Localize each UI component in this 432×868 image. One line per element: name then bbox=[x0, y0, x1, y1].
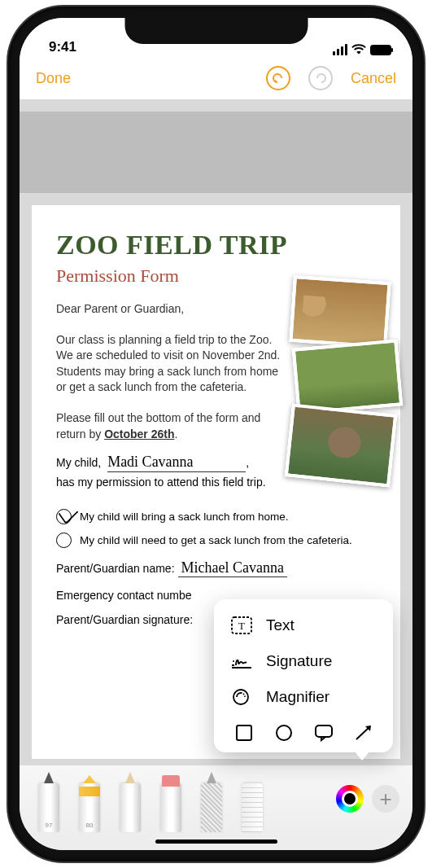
page-title: ZOO FIELD TRIP bbox=[56, 230, 376, 261]
emergency-label: Emergency contact numbe bbox=[56, 589, 192, 602]
notch bbox=[124, 18, 308, 44]
battery-icon bbox=[370, 45, 391, 55]
tool-label: 80 bbox=[86, 822, 94, 829]
plus-icon: + bbox=[379, 787, 391, 812]
paragraph-1: Our class is planning a field trip to th… bbox=[56, 332, 284, 396]
paragraph-2: Please fill out the bottom of the form a… bbox=[56, 410, 284, 442]
eraser-tool[interactable] bbox=[155, 774, 187, 832]
checkbox-checked-icon[interactable] bbox=[56, 509, 72, 524]
parent-name-label: Parent/Guardian name: bbox=[56, 562, 175, 575]
svg-text:T: T bbox=[238, 620, 245, 632]
svg-point-4 bbox=[233, 690, 248, 704]
shape-square-button[interactable] bbox=[233, 723, 255, 743]
parent-name-line: Parent/Guardian name: Michael Cavanna bbox=[56, 559, 376, 577]
svg-rect-7 bbox=[316, 726, 332, 737]
undo-button[interactable] bbox=[266, 66, 290, 90]
svg-rect-5 bbox=[237, 726, 251, 740]
add-button[interactable]: + bbox=[372, 785, 399, 813]
child-name-field[interactable]: Madi Cavanna bbox=[107, 454, 246, 472]
photo-giraffe bbox=[289, 275, 391, 349]
page-gap-top bbox=[20, 112, 412, 193]
signature-label: Parent/Guardian signature: bbox=[56, 613, 193, 626]
photo-elephant bbox=[285, 403, 398, 487]
checkbox-label: My child will need to get a sack lunch f… bbox=[80, 534, 352, 546]
shape-arrow-button[interactable] bbox=[353, 723, 374, 743]
text-icon: T bbox=[230, 616, 253, 635]
parent-name-field[interactable]: Michael Cavanna bbox=[178, 559, 287, 577]
wifi-icon bbox=[351, 44, 366, 55]
highlighter-tool[interactable]: 80 bbox=[73, 774, 106, 832]
svg-line-8 bbox=[356, 727, 369, 739]
photo-collage bbox=[275, 278, 405, 490]
menu-label: Magnifier bbox=[266, 688, 329, 706]
mychild-label: My child, bbox=[56, 456, 101, 469]
pen-tool[interactable]: 97 bbox=[33, 774, 65, 832]
done-button[interactable]: Done bbox=[36, 70, 71, 87]
photo-meerkats bbox=[292, 339, 404, 414]
status-time: 9:41 bbox=[49, 39, 76, 55]
lasso-tool[interactable] bbox=[195, 774, 228, 832]
current-color-icon bbox=[342, 791, 358, 807]
tool-label: 97 bbox=[46, 822, 53, 829]
svg-point-3 bbox=[233, 660, 234, 662]
cellular-signal-icon bbox=[333, 44, 348, 55]
shape-circle-button[interactable] bbox=[273, 723, 295, 743]
nav-bar: Done Cancel bbox=[20, 57, 412, 99]
magnifier-icon bbox=[230, 687, 253, 707]
add-menu-popover: T Text Signature Magnifier bbox=[214, 599, 393, 752]
menu-item-magnifier[interactable]: Magnifier bbox=[214, 679, 393, 715]
menu-item-text[interactable]: T Text bbox=[214, 607, 393, 643]
checkbox-label: My child will bring a sack lunch from ho… bbox=[80, 511, 289, 523]
signature-icon bbox=[230, 651, 253, 671]
markup-toolbar: 97 80 + bbox=[20, 765, 412, 850]
menu-label: Text bbox=[266, 616, 295, 634]
color-picker-button[interactable] bbox=[336, 785, 364, 813]
pencil-tool[interactable] bbox=[114, 774, 146, 832]
menu-label: Signature bbox=[266, 652, 332, 670]
home-indicator[interactable] bbox=[155, 840, 277, 844]
cancel-button[interactable]: Cancel bbox=[351, 70, 396, 87]
checkbox-row-home-lunch[interactable]: My child will bring a sack lunch from ho… bbox=[56, 509, 376, 524]
checkbox-unchecked-icon[interactable] bbox=[56, 533, 72, 548]
checkbox-row-cafeteria-lunch[interactable]: My child will need to get a sack lunch f… bbox=[56, 533, 376, 548]
ruler-tool[interactable] bbox=[236, 774, 268, 832]
salutation: Dear Parent or Guardian, bbox=[56, 301, 276, 318]
shape-speech-bubble-button[interactable] bbox=[313, 723, 334, 743]
permission-tail: has my permission to attend this field t… bbox=[56, 475, 292, 491]
svg-point-6 bbox=[277, 726, 291, 740]
menu-item-signature[interactable]: Signature bbox=[214, 643, 393, 679]
redo-button bbox=[308, 66, 333, 90]
